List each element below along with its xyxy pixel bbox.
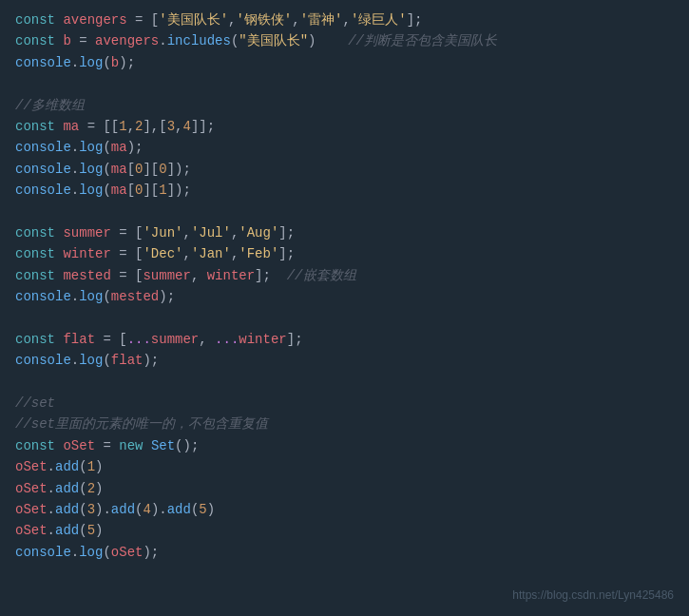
code-line-19: //set [15, 393, 674, 414]
code-line-12: const winter = ['Dec','Jan','Feb']; [15, 243, 674, 264]
code-line-6: const ma = [[1,2],[3,4]]; [15, 116, 674, 137]
code-line-20: //set里面的元素的唯一的，不包含重复值 [15, 414, 674, 434]
code-line-14: console.log(mested); [15, 286, 674, 307]
code-line-10 [15, 202, 674, 222]
code-line-7: console.log(ma); [15, 137, 674, 158]
code-line-9: console.log(ma[0][1]); [15, 180, 674, 201]
code-line-23: oSet.add(2) [15, 478, 674, 499]
code-line-18 [15, 372, 674, 393]
code-line-26: console.log(oSet); [15, 542, 674, 563]
code-line-24: oSet.add(3).add(4).add(5) [15, 499, 674, 520]
code-line-1: const avengers = ['美国队长','钢铁侠','雷神','绿巨人… [15, 10, 674, 30]
code-line-2: const b = avengers.includes("美国队长") //判断… [15, 30, 674, 51]
code-line-4 [15, 73, 674, 94]
code-line-21: const oSet = new Set(); [15, 435, 674, 456]
code-line-8: console.log(ma[0][0]); [15, 159, 674, 180]
code-line-25: oSet.add(5) [15, 520, 674, 541]
code-line-15 [15, 307, 674, 328]
code-line-22: oSet.add(1) [15, 456, 674, 477]
code-line-13: const mested = [summer, winter]; //嵌套数组 [15, 265, 674, 286]
code-line-17: console.log(flat); [15, 350, 674, 371]
watermark: https://blog.csdn.net/Lyn425486 [512, 587, 674, 605]
code-line-11: const summer = ['Jun','Jul','Aug']; [15, 222, 674, 243]
code-line-5: //多维数组 [15, 95, 674, 116]
code-line-16: const flat = [...summer, ...winter]; [15, 329, 674, 350]
code-line-3: console.log(b); [15, 52, 674, 73]
code-editor: const avengers = ['美国队长','钢铁侠','雷神','绿巨人… [0, 0, 689, 616]
